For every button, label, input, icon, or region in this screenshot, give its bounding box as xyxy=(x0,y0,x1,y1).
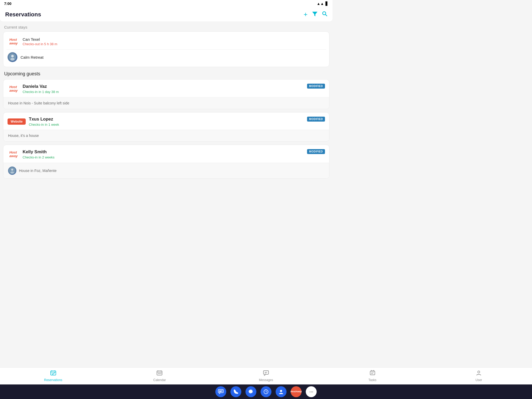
can-texel-status: Checks-out in 5 h 38 m xyxy=(23,42,57,46)
reservation-card-txus[interactable]: Website Txus Lopez Checks-in in 1 week M… xyxy=(3,112,329,142)
kelly-name: Kelly Smith xyxy=(23,149,55,155)
hostaway-logo-kelly: Host away xyxy=(8,149,19,159)
txus-guest-info: Txus Lopez Checks-in in 1 week xyxy=(29,117,59,127)
txus-checkin: Checks-in in 1 week xyxy=(29,123,59,127)
svg-point-1 xyxy=(323,12,326,15)
svg-marker-0 xyxy=(312,12,317,16)
current-stays-label: Current stays xyxy=(4,25,328,29)
txus-property: House, it's a house xyxy=(3,130,329,141)
main-content: Current stays Host away Can Texel Checks… xyxy=(0,25,332,213)
kelly-checkin: Checks-in in 2 weeks xyxy=(23,155,55,159)
kelly-property-avatar xyxy=(8,167,16,175)
reservation-left-txus: Website Txus Lopez Checks-in in 1 week xyxy=(8,117,59,127)
upcoming-guests-label: Upcoming guests xyxy=(4,71,328,77)
stay-item-can-texel[interactable]: Host away Can Texel Checks-out in 5 h 38… xyxy=(6,34,326,49)
kelly-property-name: House in Foz, Mañente xyxy=(19,169,57,173)
reservation-header-txus: Website Txus Lopez Checks-in in 1 week M… xyxy=(3,112,329,130)
calm-retreat-name: Calm Retreat xyxy=(21,55,43,59)
website-badge-txus: Website xyxy=(8,118,26,125)
daniela-name: Daniela Vaz xyxy=(23,84,59,89)
daniela-guest-info: Daniela Vaz Checks-in in 1 day 38 m xyxy=(23,84,59,94)
kelly-property: House in Foz, Mañente xyxy=(3,163,329,178)
header-actions: + xyxy=(304,10,327,18)
hostaway-logo-cantexel: Host away xyxy=(8,36,19,47)
status-time: 7:00 xyxy=(4,2,11,6)
svg-point-7 xyxy=(11,169,13,171)
stay-item-calm-retreat[interactable]: Calm Retreat xyxy=(6,49,326,65)
kelly-modified-badge: MODIFIED xyxy=(307,149,325,154)
page-title: Reservations xyxy=(5,11,41,18)
can-texel-name: Can Texel xyxy=(23,37,57,42)
kelly-guest-info: Kelly Smith Checks-in in 2 weeks xyxy=(23,149,55,159)
reservation-header-kelly: Host away Kelly Smith Checks-in in 2 wee… xyxy=(3,145,329,163)
reservation-header-daniela: Host away Daniela Vaz Checks-in in 1 day… xyxy=(3,79,329,97)
status-icons: ▲▲ ▋ xyxy=(317,2,328,6)
txus-name: Txus Lopez xyxy=(29,117,59,122)
calm-retreat-info: Calm Retreat xyxy=(21,55,43,59)
svg-point-8 xyxy=(10,171,14,174)
reservation-left-kelly: Host away Kelly Smith Checks-in in 2 wee… xyxy=(8,149,55,159)
daniela-modified-badge: MODIFIED xyxy=(307,84,325,89)
svg-point-5 xyxy=(10,58,15,61)
reservation-card-kelly[interactable]: Host away Kelly Smith Checks-in in 2 wee… xyxy=(3,145,329,179)
reservation-card-daniela[interactable]: Host away Daniela Vaz Checks-in in 1 day… xyxy=(3,79,329,109)
can-texel-info: Can Texel Checks-out in 5 h 38 m xyxy=(23,37,57,46)
battery-icon: ▋ xyxy=(325,2,328,6)
daniela-property: House in Nois - Suite balcony left side xyxy=(3,97,329,109)
txus-modified-badge: MODIFIED xyxy=(307,117,325,122)
add-button[interactable]: + xyxy=(304,10,308,18)
current-stays-card: Host away Can Texel Checks-out in 5 h 38… xyxy=(3,31,329,67)
reservation-left-daniela: Host away Daniela Vaz Checks-in in 1 day… xyxy=(8,84,59,94)
svg-line-2 xyxy=(325,15,327,16)
filter-button[interactable] xyxy=(312,11,317,18)
search-button[interactable] xyxy=(322,11,327,18)
hostaway-logo-daniela: Host away xyxy=(8,84,19,94)
daniela-checkin: Checks-in in 1 day 38 m xyxy=(23,90,59,94)
calm-retreat-avatar xyxy=(8,52,17,62)
status-bar: 7:00 ▲▲ ▋ xyxy=(0,0,332,7)
svg-point-4 xyxy=(11,55,14,57)
wifi-icon: ▲▲ xyxy=(317,2,324,6)
app-header: Reservations + xyxy=(0,7,332,22)
